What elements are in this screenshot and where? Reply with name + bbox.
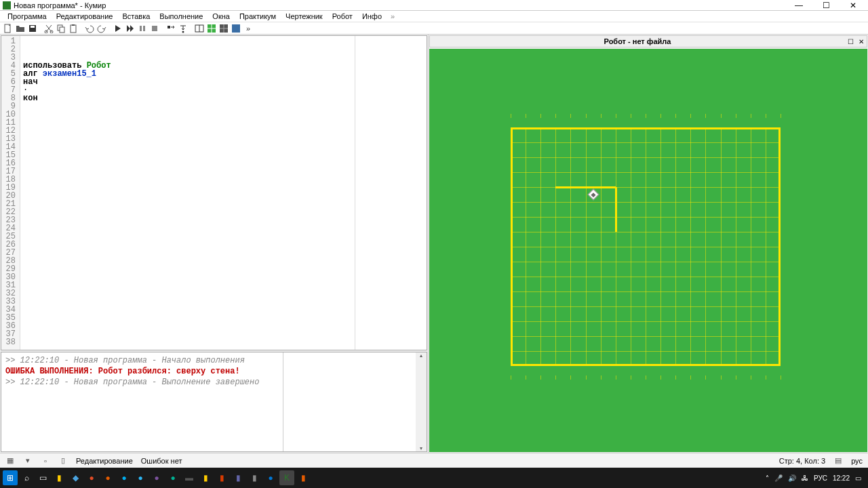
close-button[interactable]: ✕ <box>844 1 863 10</box>
robot-field[interactable] <box>429 49 867 452</box>
menu-робот[interactable]: Робот <box>328 12 357 21</box>
line-gutter: 1234567891011121314151617181920212223242… <box>1 36 20 350</box>
maximize-button[interactable]: ☐ <box>816 1 835 10</box>
menu-практикум[interactable]: Практикум <box>235 12 281 21</box>
cut-icon[interactable] <box>43 23 54 34</box>
svg-rect-2 <box>31 26 35 28</box>
tray-clock[interactable]: 12:22 <box>833 474 850 482</box>
tray-keyboard[interactable]: РУС <box>814 474 827 482</box>
status-icon-4[interactable]: ▯ <box>58 456 68 466</box>
task-app-4[interactable]: ● <box>117 470 132 485</box>
robot-close-icon[interactable]: ✕ <box>856 38 867 45</box>
taskview-icon[interactable]: ▭ <box>35 470 50 485</box>
task-app-10[interactable]: ▮ <box>214 470 229 485</box>
task-app-9[interactable]: ▮ <box>198 470 213 485</box>
task-app-6[interactable]: ● <box>149 470 164 485</box>
task-app-14[interactable]: ▮ <box>296 470 311 485</box>
tray-volume-icon[interactable]: 🔊 <box>788 474 796 482</box>
task-app-12[interactable]: ▮ <box>247 470 262 485</box>
menu-редактирование[interactable]: Редактирование <box>52 12 118 21</box>
grid-dark-icon[interactable] <box>218 23 229 34</box>
more-icon[interactable]: » <box>243 23 254 34</box>
console-line: >> 12:22:10 - Новая программа - Выполнен… <box>5 377 279 388</box>
svg-rect-12 <box>167 26 170 28</box>
menu-окна[interactable]: Окна <box>208 12 235 21</box>
svg-rect-8 <box>72 24 75 26</box>
status-mode: Редактирование <box>76 457 133 465</box>
code-editor[interactable]: 1234567891011121314151617181920212223242… <box>1 35 427 350</box>
pause-icon[interactable] <box>137 23 148 34</box>
menu-выполнение[interactable]: Выполнение <box>155 12 208 21</box>
robot-panel-header: Робот - нет файла ☐ ✕ <box>429 35 867 47</box>
menu-программа[interactable]: Программа <box>3 12 52 21</box>
menu-чертежник[interactable]: Чертежник <box>281 12 328 21</box>
toolbar: » <box>0 22 868 35</box>
paste-icon[interactable] <box>68 23 79 34</box>
save-icon[interactable] <box>27 23 38 34</box>
console-line: ОШИБКА ВЫПОЛНЕНИЯ: Робот разбился: сверх… <box>5 366 279 377</box>
task-app-2[interactable]: ● <box>84 470 99 485</box>
tray-network-icon[interactable]: 🖧 <box>802 474 808 482</box>
open-file-icon[interactable] <box>15 23 26 34</box>
redo-icon[interactable] <box>96 23 107 34</box>
status-icon-1[interactable]: ▦ <box>5 456 15 466</box>
window-controls: — ☐ ✕ <box>789 1 865 10</box>
undo-icon[interactable] <box>84 23 95 34</box>
task-app-13[interactable]: ● <box>263 470 278 485</box>
run-fast-icon[interactable] <box>125 23 136 34</box>
scrollbar[interactable] <box>416 352 427 451</box>
menu-вставка[interactable]: Вставка <box>117 12 155 21</box>
console-output[interactable]: >> 12:22:10 - Новая программа - Начало в… <box>1 352 283 451</box>
code-line[interactable]: алг экзамен15_1 <box>23 70 424 78</box>
task-app-7[interactable]: ● <box>165 470 180 485</box>
menu-инфо[interactable]: Инфо <box>357 12 387 21</box>
code-line[interactable]: нач <box>23 78 424 86</box>
task-app-5[interactable]: ● <box>133 470 148 485</box>
margin-line <box>355 36 355 350</box>
robot-wall <box>615 187 617 232</box>
task-kumir[interactable]: K <box>279 470 294 485</box>
status-icon-5[interactable]: ▤ <box>833 456 843 466</box>
status-icon-2[interactable]: ▾ <box>23 456 33 466</box>
app-icon <box>3 1 11 9</box>
new-file-icon[interactable] <box>3 23 14 34</box>
status-icon-3[interactable]: ▫ <box>41 456 50 466</box>
system-tray[interactable]: ˄ 🎤 🔊 🖧 РУС 12:22 ▭ <box>766 474 865 482</box>
status-lang: рус <box>851 457 863 465</box>
code-area[interactable]: использовать Роботалг экзамен15_1нач·кон <box>20 36 427 350</box>
minimize-button[interactable]: — <box>789 1 808 10</box>
robot-wall <box>555 186 615 188</box>
windows-taskbar: ⊞ ⌕ ▭ ▮ ◆ ● ● ● ● ● ● ▬ ▮ ▮ ▮ ▮ ● K ▮ ˄ … <box>0 468 868 488</box>
step-into-icon[interactable] <box>178 23 189 34</box>
menu-more[interactable]: » <box>387 12 399 21</box>
task-app-8[interactable]: ▬ <box>182 470 197 485</box>
robot-sprite <box>587 189 599 201</box>
copy-icon[interactable] <box>56 23 66 34</box>
task-app-1[interactable]: ◆ <box>68 470 83 485</box>
robot-panel-title: Робот - нет файла <box>430 37 845 45</box>
start-button[interactable]: ⊞ <box>3 470 18 485</box>
run-icon[interactable] <box>113 23 123 34</box>
tray-notifications-icon[interactable]: ▭ <box>855 474 861 482</box>
grid-blue-icon[interactable] <box>231 23 241 34</box>
main-area: 1234567891011121314151617181920212223242… <box>0 35 868 453</box>
code-line[interactable]: кон <box>23 94 424 102</box>
task-app-11[interactable]: ▮ <box>231 470 245 485</box>
svg-rect-11 <box>152 26 157 31</box>
console-right-pane <box>283 352 416 451</box>
grid-green-icon[interactable] <box>206 23 217 34</box>
console-line: >> 12:22:10 - Новая программа - Начало в… <box>5 355 279 366</box>
task-app-3[interactable]: ● <box>100 470 115 485</box>
step-icon[interactable] <box>165 23 176 34</box>
search-icon[interactable]: ⌕ <box>19 470 34 485</box>
robot-maximize-icon[interactable]: ☐ <box>845 38 856 45</box>
explorer-icon[interactable]: ▮ <box>52 470 66 485</box>
tray-chevron-icon[interactable]: ˄ <box>766 474 769 482</box>
stop-icon[interactable] <box>149 23 160 34</box>
tray-mic-icon[interactable]: 🎤 <box>774 474 783 482</box>
code-line[interactable]: · <box>23 86 424 94</box>
svg-point-13 <box>182 30 184 33</box>
status-bar: ▦ ▾ ▫ ▯ Редактирование Ошибок нет Стр: 4… <box>0 453 868 468</box>
layout-split-icon[interactable] <box>194 23 205 34</box>
status-errors: Ошибок нет <box>141 457 182 465</box>
